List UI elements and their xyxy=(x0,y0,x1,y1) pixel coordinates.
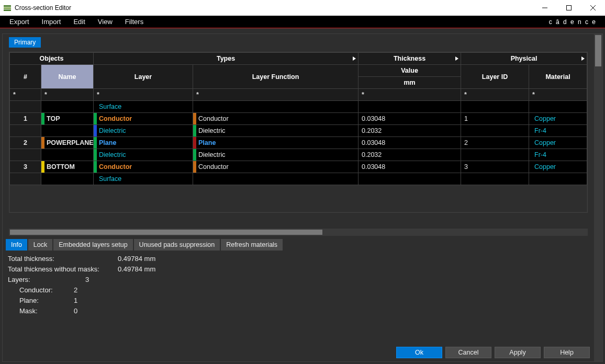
help-button[interactable]: Help xyxy=(544,347,590,358)
cell-material[interactable] xyxy=(529,173,587,185)
cell-material[interactable]: Copper xyxy=(529,113,587,125)
expand-icon[interactable] xyxy=(455,56,458,61)
cell-layer-id[interactable]: 2 xyxy=(461,137,529,149)
cell-thickness[interactable]: 0.03048 xyxy=(358,161,461,173)
cell-layer[interactable]: Dielectric xyxy=(94,125,193,137)
filter-func[interactable]: * xyxy=(193,89,358,101)
cell-layer-function[interactable]: Dielectric xyxy=(193,125,358,137)
cell-layer-id[interactable] xyxy=(461,125,529,137)
cell-layer[interactable]: Conductor xyxy=(94,161,193,173)
cell-name[interactable]: BOTTOM xyxy=(41,161,94,173)
table-row[interactable]: DielectricDielectric0.2032Fr-4 xyxy=(10,125,587,137)
cell-layer[interactable]: Surface xyxy=(94,173,193,185)
cell-material[interactable]: Copper xyxy=(529,137,587,149)
cell-name[interactable] xyxy=(41,101,94,113)
cell-layer-function[interactable] xyxy=(193,173,358,185)
col-group-types[interactable]: Types xyxy=(94,53,358,65)
table-row[interactable]: DielectricDielectric0.2032Fr-4 xyxy=(10,149,587,161)
table-row[interactable]: 3BOTTOMConductorConductor0.030483Copper xyxy=(10,161,587,173)
cell-name[interactable]: POWERPLANE_1 xyxy=(41,137,94,149)
cell-layer-function[interactable]: Conductor xyxy=(193,113,358,125)
table-row[interactable]: Surface xyxy=(10,173,587,185)
maximize-button[interactable] xyxy=(557,0,581,16)
cell-layer-id[interactable] xyxy=(461,173,529,185)
col-value[interactable]: Value xyxy=(358,65,461,77)
cell-layer-id[interactable]: 1 xyxy=(461,113,529,125)
cell-layer-id[interactable] xyxy=(461,149,529,161)
tab-info[interactable]: Info xyxy=(6,239,27,251)
tab-lock[interactable]: Lock xyxy=(28,239,52,251)
table-row[interactable]: 2POWERPLANE_1PlanePlane0.030482Copper xyxy=(10,137,587,149)
col-unit[interactable]: mm xyxy=(358,77,461,89)
cell-thickness[interactable] xyxy=(358,173,461,185)
cell-num[interactable]: 2 xyxy=(10,137,41,149)
cell-thickness[interactable]: 0.03048 xyxy=(358,137,461,149)
cell-thickness[interactable]: 0.03048 xyxy=(358,113,461,125)
col-layer-id[interactable]: Layer ID xyxy=(461,65,529,89)
menu-export[interactable]: Export xyxy=(3,16,36,28)
table-row[interactable]: Surface xyxy=(10,101,587,113)
col-group-thickness[interactable]: Thickness xyxy=(358,53,461,65)
cell-thickness[interactable]: 0.2032 xyxy=(358,149,461,161)
filter-num[interactable]: * xyxy=(10,89,41,101)
tab-primary[interactable]: Primary xyxy=(9,37,41,48)
menu-view[interactable]: View xyxy=(92,16,119,28)
cell-name[interactable]: TOP xyxy=(41,113,94,125)
cell-num[interactable]: 1 xyxy=(10,113,41,125)
cell-name[interactable] xyxy=(41,149,94,161)
cell-layer[interactable]: Surface xyxy=(94,101,193,113)
cell-material[interactable]: Copper xyxy=(529,161,587,173)
filter-layer[interactable]: * xyxy=(94,89,193,101)
expand-icon[interactable] xyxy=(581,56,585,61)
apply-button[interactable]: Apply xyxy=(495,347,541,358)
horizontal-scrollbar[interactable] xyxy=(9,229,588,236)
tab-embedded[interactable]: Embedded layers setup xyxy=(53,239,132,251)
filter-lid[interactable]: * xyxy=(461,89,529,101)
horizontal-scrollbar-thumb[interactable] xyxy=(10,230,322,235)
vertical-scrollbar[interactable] xyxy=(594,34,602,361)
filter-value[interactable]: * xyxy=(358,89,461,101)
cell-layer[interactable]: Conductor xyxy=(94,113,193,125)
close-button[interactable] xyxy=(581,0,605,16)
cell-material[interactable]: Fr-4 xyxy=(529,149,587,161)
cell-layer-function[interactable]: Conductor xyxy=(193,161,358,173)
ok-button[interactable]: Ok xyxy=(396,347,442,358)
filter-mat[interactable]: * xyxy=(529,89,587,101)
tab-unused[interactable]: Unused pads suppression xyxy=(134,239,220,251)
filter-name[interactable]: * xyxy=(41,89,94,101)
col-material[interactable]: Material xyxy=(529,65,587,89)
cell-num[interactable] xyxy=(10,101,41,113)
cell-layer-function[interactable]: Plane xyxy=(193,137,358,149)
tab-refresh[interactable]: Refresh materials xyxy=(221,239,283,251)
cell-material[interactable]: Fr-4 xyxy=(529,125,587,137)
cell-name[interactable] xyxy=(41,173,94,185)
cell-layer-id[interactable] xyxy=(461,101,529,113)
menu-edit[interactable]: Edit xyxy=(67,16,91,28)
cell-layer-function[interactable] xyxy=(193,101,358,113)
cell-num[interactable] xyxy=(10,173,41,185)
table-row[interactable]: 1TOPConductorConductor0.030481Copper xyxy=(10,113,587,125)
col-func[interactable]: Layer Function xyxy=(193,65,358,89)
cell-num[interactable]: 3 xyxy=(10,161,41,173)
expand-icon[interactable] xyxy=(353,56,356,61)
cell-material[interactable] xyxy=(529,101,587,113)
col-group-physical[interactable]: Physical xyxy=(461,53,587,65)
cell-thickness[interactable]: 0.2032 xyxy=(358,125,461,137)
col-name[interactable]: Name xyxy=(41,65,94,89)
col-num[interactable]: # xyxy=(10,65,41,89)
cell-num[interactable] xyxy=(10,149,41,161)
menu-filters[interactable]: Filters xyxy=(119,16,150,28)
cell-name[interactable] xyxy=(41,125,94,137)
cell-layer[interactable]: Plane xyxy=(94,137,193,149)
col-layer[interactable]: Layer xyxy=(94,65,193,89)
menu-import[interactable]: Import xyxy=(36,16,68,28)
cell-layer-id[interactable]: 3 xyxy=(461,161,529,173)
col-group-objects[interactable]: Objects xyxy=(10,53,94,65)
minimize-button[interactable] xyxy=(533,0,557,16)
cell-layer-function[interactable]: Dielectric xyxy=(193,149,358,161)
vertical-scrollbar-thumb[interactable] xyxy=(595,35,601,66)
cell-layer[interactable]: Dielectric xyxy=(94,149,193,161)
cell-thickness[interactable] xyxy=(358,101,461,113)
cell-num[interactable] xyxy=(10,125,41,137)
cancel-button[interactable]: Cancel xyxy=(445,347,491,358)
